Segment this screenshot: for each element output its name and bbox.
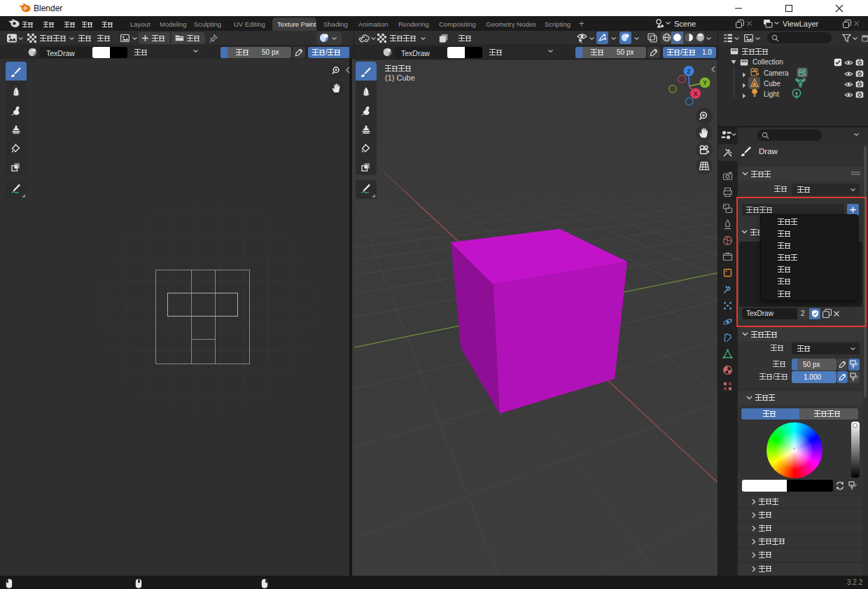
svg-text:X: X — [693, 90, 697, 97]
svg-text:Z: Z — [687, 68, 691, 75]
svg-text:Y: Y — [703, 79, 707, 86]
